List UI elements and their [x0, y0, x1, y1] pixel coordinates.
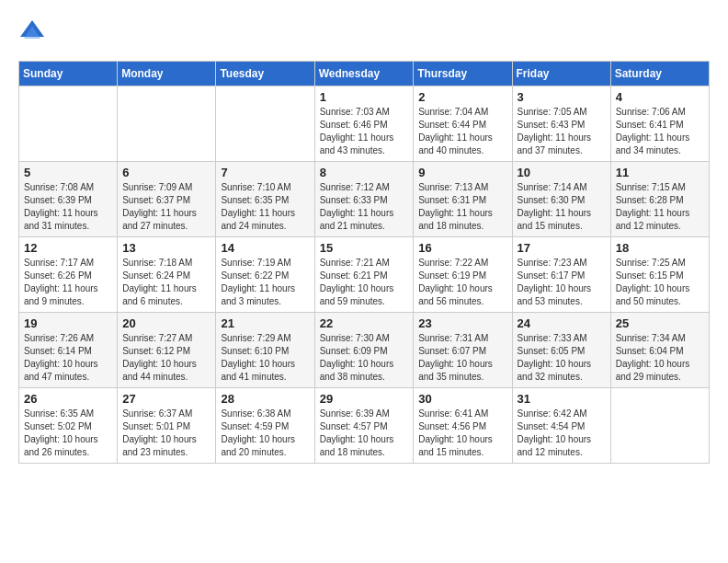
logo-icon: [18, 18, 46, 46]
calendar-cell: 10Sunrise: 7:14 AM Sunset: 6:30 PM Dayli…: [512, 162, 610, 237]
day-info: Sunrise: 7:22 AM Sunset: 6:19 PM Dayligh…: [418, 257, 506, 308]
calendar-cell: 24Sunrise: 7:33 AM Sunset: 6:05 PM Dayli…: [512, 313, 610, 388]
day-info: Sunrise: 7:14 AM Sunset: 6:30 PM Dayligh…: [518, 181, 606, 233]
day-info: Sunrise: 6:42 AM Sunset: 4:54 PM Dayligh…: [518, 408, 606, 459]
day-number: 6: [122, 166, 210, 179]
weekday-header-thursday: Thursday: [414, 62, 512, 86]
day-number: 17: [518, 241, 606, 255]
calendar-cell: 12Sunrise: 7:17 AM Sunset: 6:26 PM Dayli…: [19, 237, 118, 313]
calendar-table: SundayMondayTuesdayWednesdayThursdayFrid…: [18, 61, 710, 464]
day-info: Sunrise: 7:03 AM Sunset: 6:46 PM Dayligh…: [320, 106, 409, 157]
weekday-header-friday: Friday: [512, 62, 610, 86]
day-number: 23: [418, 316, 506, 330]
day-number: 11: [616, 166, 704, 179]
calendar-cell: 19Sunrise: 7:26 AM Sunset: 6:14 PM Dayli…: [19, 313, 118, 388]
calendar-cell: 26Sunrise: 6:35 AM Sunset: 5:02 PM Dayli…: [19, 388, 118, 464]
week-row-5: 26Sunrise: 6:35 AM Sunset: 5:02 PM Dayli…: [19, 388, 710, 464]
calendar-cell: 5Sunrise: 7:08 AM Sunset: 6:39 PM Daylig…: [19, 162, 118, 237]
day-info: Sunrise: 7:33 AM Sunset: 6:05 PM Dayligh…: [518, 332, 606, 384]
day-info: Sunrise: 7:26 AM Sunset: 6:14 PM Dayligh…: [24, 332, 112, 384]
day-number: 31: [518, 392, 606, 406]
day-number: 18: [616, 241, 704, 255]
calendar-cell: 2Sunrise: 7:04 AM Sunset: 6:44 PM Daylig…: [414, 86, 512, 162]
calendar-cell: 4Sunrise: 7:06 AM Sunset: 6:41 PM Daylig…: [610, 86, 709, 162]
day-info: Sunrise: 7:27 AM Sunset: 6:12 PM Dayligh…: [122, 332, 210, 384]
day-info: Sunrise: 7:19 AM Sunset: 6:22 PM Dayligh…: [221, 257, 309, 308]
day-info: Sunrise: 6:41 AM Sunset: 4:56 PM Dayligh…: [418, 408, 506, 459]
calendar-cell: 17Sunrise: 7:23 AM Sunset: 6:17 PM Dayli…: [512, 237, 610, 313]
calendar-cell: 18Sunrise: 7:25 AM Sunset: 6:15 PM Dayli…: [610, 237, 709, 313]
calendar-cell: 13Sunrise: 7:18 AM Sunset: 6:24 PM Dayli…: [118, 237, 216, 313]
day-info: Sunrise: 7:10 AM Sunset: 6:35 PM Dayligh…: [221, 181, 309, 233]
day-info: Sunrise: 6:39 AM Sunset: 4:57 PM Dayligh…: [320, 408, 409, 459]
day-number: 2: [418, 90, 506, 104]
week-row-2: 5Sunrise: 7:08 AM Sunset: 6:39 PM Daylig…: [19, 162, 710, 237]
weekday-header-monday: Monday: [118, 62, 216, 86]
calendar-cell: 7Sunrise: 7:10 AM Sunset: 6:35 PM Daylig…: [216, 162, 314, 237]
day-number: 13: [122, 241, 210, 255]
calendar-cell: 14Sunrise: 7:19 AM Sunset: 6:22 PM Dayli…: [216, 237, 314, 313]
calendar-cell: 16Sunrise: 7:22 AM Sunset: 6:19 PM Dayli…: [414, 237, 512, 313]
calendar-cell: 28Sunrise: 6:38 AM Sunset: 4:59 PM Dayli…: [216, 388, 314, 464]
day-info: Sunrise: 6:35 AM Sunset: 5:02 PM Dayligh…: [24, 408, 112, 459]
weekday-header-saturday: Saturday: [610, 62, 709, 86]
day-number: 1: [320, 90, 409, 104]
calendar-cell: 15Sunrise: 7:21 AM Sunset: 6:21 PM Dayli…: [314, 237, 414, 313]
weekday-header-sunday: Sunday: [19, 62, 118, 86]
day-info: Sunrise: 7:06 AM Sunset: 6:41 PM Dayligh…: [616, 106, 704, 157]
calendar-cell: 30Sunrise: 6:41 AM Sunset: 4:56 PM Dayli…: [414, 388, 512, 464]
day-info: Sunrise: 7:29 AM Sunset: 6:10 PM Dayligh…: [221, 332, 309, 384]
weekday-header-wednesday: Wednesday: [314, 62, 414, 86]
day-number: 19: [24, 316, 112, 330]
day-number: 24: [518, 316, 606, 330]
weekday-header-tuesday: Tuesday: [216, 62, 314, 86]
calendar-cell: 27Sunrise: 6:37 AM Sunset: 5:01 PM Dayli…: [118, 388, 216, 464]
day-number: 26: [24, 392, 112, 406]
calendar-cell: 23Sunrise: 7:31 AM Sunset: 6:07 PM Dayli…: [414, 313, 512, 388]
calendar-cell: 3Sunrise: 7:05 AM Sunset: 6:43 PM Daylig…: [512, 86, 610, 162]
day-number: 5: [24, 166, 112, 179]
day-number: 7: [221, 166, 309, 179]
day-number: 25: [616, 316, 704, 330]
logo: [18, 18, 50, 46]
calendar-cell: [19, 86, 118, 162]
calendar-cell: 20Sunrise: 7:27 AM Sunset: 6:12 PM Dayli…: [118, 313, 216, 388]
day-info: Sunrise: 7:04 AM Sunset: 6:44 PM Dayligh…: [418, 106, 506, 157]
calendar-cell: [216, 86, 314, 162]
day-info: Sunrise: 7:30 AM Sunset: 6:09 PM Dayligh…: [320, 332, 409, 384]
day-number: 30: [418, 392, 506, 406]
day-number: 8: [320, 166, 409, 179]
calendar-cell: 31Sunrise: 6:42 AM Sunset: 4:54 PM Dayli…: [512, 388, 610, 464]
week-row-4: 19Sunrise: 7:26 AM Sunset: 6:14 PM Dayli…: [19, 313, 710, 388]
calendar-cell: 9Sunrise: 7:13 AM Sunset: 6:31 PM Daylig…: [414, 162, 512, 237]
day-info: Sunrise: 7:34 AM Sunset: 6:04 PM Dayligh…: [616, 332, 704, 384]
day-number: 20: [122, 316, 210, 330]
day-info: Sunrise: 7:21 AM Sunset: 6:21 PM Dayligh…: [320, 257, 409, 308]
day-number: 4: [616, 90, 704, 104]
day-info: Sunrise: 7:13 AM Sunset: 6:31 PM Dayligh…: [418, 181, 506, 233]
day-info: Sunrise: 7:15 AM Sunset: 6:28 PM Dayligh…: [616, 181, 704, 233]
calendar-cell: 6Sunrise: 7:09 AM Sunset: 6:37 PM Daylig…: [118, 162, 216, 237]
calendar-cell: [118, 86, 216, 162]
day-number: 21: [221, 316, 309, 330]
day-info: Sunrise: 6:37 AM Sunset: 5:01 PM Dayligh…: [122, 408, 210, 459]
week-row-3: 12Sunrise: 7:17 AM Sunset: 6:26 PM Dayli…: [19, 237, 710, 313]
weekday-header-row: SundayMondayTuesdayWednesdayThursdayFrid…: [19, 62, 710, 86]
calendar-cell: 29Sunrise: 6:39 AM Sunset: 4:57 PM Dayli…: [314, 388, 414, 464]
calendar-cell: 21Sunrise: 7:29 AM Sunset: 6:10 PM Dayli…: [216, 313, 314, 388]
day-number: 9: [418, 166, 506, 179]
day-number: 22: [320, 316, 409, 330]
day-number: 16: [418, 241, 506, 255]
calendar-cell: [610, 388, 709, 464]
calendar-cell: 1Sunrise: 7:03 AM Sunset: 6:46 PM Daylig…: [314, 86, 414, 162]
day-number: 10: [518, 166, 606, 179]
day-info: Sunrise: 6:38 AM Sunset: 4:59 PM Dayligh…: [221, 408, 309, 459]
day-number: 29: [320, 392, 409, 406]
day-info: Sunrise: 7:05 AM Sunset: 6:43 PM Dayligh…: [518, 106, 606, 157]
day-info: Sunrise: 7:09 AM Sunset: 6:37 PM Dayligh…: [122, 181, 210, 233]
day-info: Sunrise: 7:18 AM Sunset: 6:24 PM Dayligh…: [122, 257, 210, 308]
day-info: Sunrise: 7:23 AM Sunset: 6:17 PM Dayligh…: [518, 257, 606, 308]
day-info: Sunrise: 7:08 AM Sunset: 6:39 PM Dayligh…: [24, 181, 112, 233]
page-header: [18, 18, 710, 46]
day-number: 15: [320, 241, 409, 255]
